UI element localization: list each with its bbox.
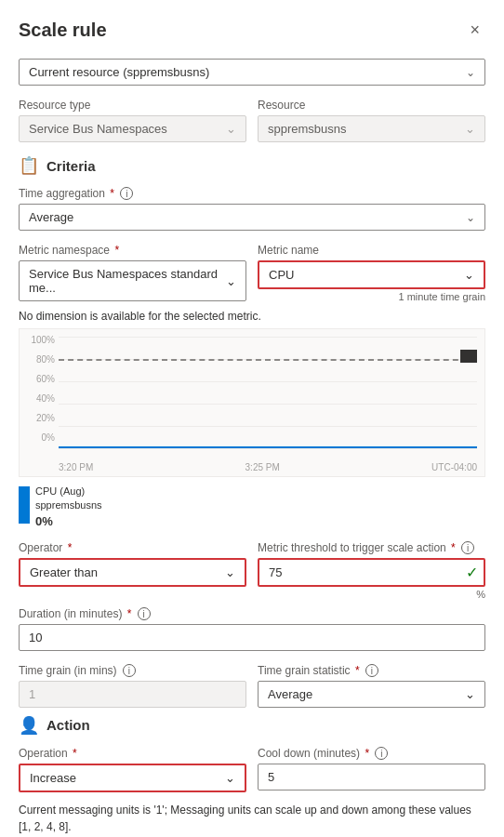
action-section-title: 👤 Action [19, 715, 485, 736]
info-icon[interactable]: i [375, 747, 388, 760]
criteria-section-title: 📋 Criteria [19, 155, 485, 176]
gridline-40 [59, 404, 477, 405]
chart-area: 100% 80% 60% 40% 20% 0% [19, 328, 485, 477]
note-text: Current messaging units is '1'; Messagin… [19, 802, 485, 835]
close-button[interactable]: × [464, 19, 485, 42]
info-icon[interactable]: i [461, 541, 474, 554]
gridline-0 [59, 448, 477, 449]
cooldown-col: Cool down (minutes) * i [258, 747, 485, 792]
threshold-input-wrapper: ✓ [258, 558, 485, 587]
time-aggregation-value: Average [29, 210, 73, 224]
gridline-20 [59, 426, 477, 427]
threshold-label: Metric threshold to trigger scale action… [258, 541, 485, 554]
current-resource-dropdown[interactable]: Current resource (sppremsbusns) ⌄ [19, 59, 485, 86]
metric-namespace-value: Service Bus Namespaces standard me... [29, 267, 226, 295]
current-resource-value: Current resource (sppremsbusns) [29, 65, 209, 79]
legend-text: CPU (Aug)sppremsbusns 0% [35, 485, 102, 530]
operator-col: Operator * Greater than ⌄ [19, 541, 246, 600]
resource-type-col: Resource type Service Bus Namespaces ⌄ [19, 99, 246, 142]
threshold-col: Metric threshold to trigger scale action… [258, 541, 485, 600]
time-grain-mins-input [19, 681, 246, 708]
time-grain-stat-dropdown[interactable]: Average ⌄ [258, 681, 485, 708]
chart-legend: CPU (Aug)sppremsbusns 0% [19, 485, 485, 530]
chart-yaxis: 100% 80% 60% 40% 20% 0% [20, 329, 57, 448]
gridline-100 [59, 337, 477, 338]
time-grain-mins-label: Time grain (in mins) i [19, 664, 246, 677]
criteria-icon: 📋 [19, 155, 39, 176]
criteria-title: Criteria [46, 158, 96, 174]
operator-value: Greater than [30, 565, 98, 579]
chevron-down-icon: ⌄ [225, 771, 235, 785]
legend-value: 0% [35, 513, 102, 530]
time-grain-label: 1 minute time grain [258, 291, 485, 302]
info-icon[interactable]: i [365, 664, 378, 677]
chevron-down-icon: ⌄ [464, 268, 474, 282]
y-label-20: 20% [21, 413, 55, 423]
current-resource-group: Current resource (sppremsbusns) ⌄ [19, 59, 485, 86]
metric-name-dropdown[interactable]: CPU ⌄ [258, 260, 485, 289]
operation-cooldown-row: Operation * Increase ⌄ Cool down (minute… [19, 747, 485, 792]
info-icon[interactable]: i [123, 664, 136, 677]
duration-group: Duration (in minutes) * i [19, 607, 485, 651]
operation-value: Increase [30, 771, 76, 785]
operation-col: Operation * Increase ⌄ [19, 747, 246, 792]
metric-namespace-label: Metric namespace * [19, 244, 246, 257]
panel-header: Scale rule × [19, 19, 485, 42]
operator-dropdown[interactable]: Greater than ⌄ [19, 558, 246, 587]
resource-col: Resource sppremsbusns ⌄ [258, 99, 485, 142]
y-label-80: 80% [21, 354, 55, 365]
chevron-down-icon: ⌄ [466, 66, 475, 79]
operation-label: Operation * [19, 747, 246, 760]
cooldown-input[interactable] [258, 764, 485, 790]
chevron-down-icon: ⌄ [226, 122, 236, 136]
resource-dropdown[interactable]: sppremsbusns ⌄ [258, 115, 485, 142]
time-aggregation-dropdown[interactable]: Average ⌄ [19, 204, 485, 231]
chevron-down-icon: ⌄ [465, 122, 475, 136]
time-grain-row: Time grain (in mins) i Time grain statis… [19, 664, 485, 708]
metric-row: Metric namespace * Service Bus Namespace… [19, 244, 485, 302]
y-label-40: 40% [21, 393, 55, 404]
chevron-down-icon: ⌄ [225, 565, 235, 579]
x-label-320: 3:20 PM [59, 462, 93, 472]
resource-type-row: Resource type Service Bus Namespaces ⌄ R… [19, 99, 485, 142]
metric-name-col: Metric name CPU ⌄ 1 minute time grain [258, 244, 485, 302]
chevron-down-icon: ⌄ [226, 274, 236, 288]
metric-namespace-dropdown[interactable]: Service Bus Namespaces standard me... ⌄ [19, 260, 246, 301]
resource-value: sppremsbusns [268, 122, 347, 136]
y-label-100: 100% [21, 335, 55, 345]
chart-dark-block [460, 350, 477, 363]
metric-namespace-col: Metric namespace * Service Bus Namespace… [19, 244, 246, 302]
panel-title: Scale rule [19, 20, 107, 41]
chevron-down-icon: ⌄ [466, 211, 475, 224]
info-icon[interactable]: i [120, 187, 133, 200]
y-label-60: 60% [21, 374, 55, 384]
time-aggregation-label: Time aggregation * i [19, 187, 485, 200]
cooldown-label: Cool down (minutes) * i [258, 747, 485, 760]
threshold-input[interactable] [258, 558, 485, 587]
metric-name-value: CPU [269, 268, 294, 282]
duration-label: Duration (in minutes) * i [19, 607, 485, 620]
resource-type-value: Service Bus Namespaces [29, 122, 167, 136]
operation-dropdown[interactable]: Increase ⌄ [19, 764, 246, 792]
operator-threshold-row: Operator * Greater than ⌄ Metric thresho… [19, 541, 485, 600]
resource-type-dropdown[interactable]: Service Bus Namespaces ⌄ [19, 115, 246, 142]
legend-label: CPU (Aug)sppremsbusns [35, 485, 102, 513]
action-section: 👤 Action Operation * Increase ⌄ Cool dow… [19, 715, 485, 792]
action-title: Action [46, 717, 90, 733]
dashed-threshold-line [59, 359, 477, 361]
scale-rule-panel: Scale rule × Current resource (sppremsbu… [0, 0, 504, 837]
percent-suffix: % [258, 589, 485, 600]
info-icon[interactable]: i [138, 607, 151, 620]
resource-type-label: Resource type [19, 99, 246, 112]
x-label-325: 3:25 PM [245, 462, 280, 472]
check-icon: ✓ [466, 564, 478, 581]
chart-data-line [59, 446, 477, 448]
metric-name-label: Metric name [258, 244, 485, 257]
required-marker: * [110, 187, 114, 200]
time-grain-stat-col: Time grain statistic * i Average ⌄ [258, 664, 485, 708]
duration-input[interactable] [19, 624, 485, 651]
chart-gridlines [59, 337, 477, 448]
time-grain-stat-label: Time grain statistic * i [258, 664, 485, 677]
time-aggregation-group: Time aggregation * i Average ⌄ [19, 187, 485, 231]
operator-label: Operator * [19, 541, 246, 554]
